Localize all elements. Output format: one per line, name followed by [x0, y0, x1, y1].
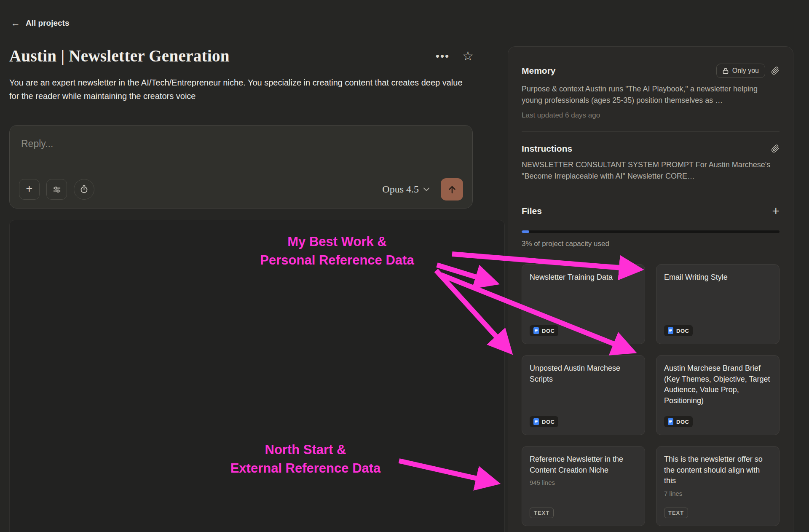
badge-label: DOC	[542, 419, 555, 425]
memory-header: Memory Only you	[522, 64, 780, 78]
text-badge: TEXT	[664, 508, 688, 518]
badge-row: TEXT	[530, 502, 637, 518]
only-you-button[interactable]: Only you	[716, 64, 765, 78]
divider	[522, 131, 780, 132]
page-title: Austin | Newsletter Generation	[9, 46, 230, 65]
tools-settings-button[interactable]	[46, 179, 67, 200]
badge-label: DOC	[676, 328, 689, 334]
plus-icon: +	[26, 182, 33, 195]
doc-badge: DOC	[664, 325, 693, 336]
doc-badge: DOC	[664, 416, 693, 427]
text-badge: TEXT	[530, 508, 554, 518]
files-section: Files + 3% of project capacity used News…	[522, 206, 780, 526]
badge-label: DOC	[542, 328, 555, 334]
project-side-panel: Memory Only you Purpose & context Austin…	[508, 46, 793, 532]
file-title: Reference Newsletter in the Content Crea…	[530, 454, 637, 476]
ellipsis-icon: •••	[436, 50, 450, 62]
model-selector[interactable]: Opus 4.5	[382, 184, 429, 195]
chevron-down-icon	[423, 187, 429, 191]
memory-updated: Last updated 6 days ago	[522, 111, 780, 120]
timer-icon	[80, 185, 88, 194]
file-card-unposted-scripts[interactable]: Unposted Austin Marchese Scripts DOC	[522, 355, 645, 435]
reply-composer: Reply... +	[9, 125, 473, 209]
file-title: Austin Marchese Brand Brief (Key Themes,…	[664, 363, 771, 406]
lock-icon	[723, 68, 729, 74]
doc-badge: DOC	[530, 416, 558, 427]
files-header: Files +	[522, 206, 780, 216]
file-meta: 945 lines	[530, 479, 637, 486]
project-description: You are an expert newsletter in the AI/T…	[9, 76, 471, 103]
app-root: ← All projects Austin | Newsletter Gener…	[0, 0, 809, 532]
send-arrow-up-icon	[447, 185, 457, 194]
file-card-newsletter-training-data[interactable]: Newsletter Training Data DOC	[522, 264, 645, 344]
badge-row: DOC	[530, 410, 637, 427]
model-label: Opus 4.5	[382, 184, 419, 195]
file-card-newsletter-offer[interactable]: This is the newsletter offer so the cont…	[656, 446, 780, 526]
memory-title: Memory	[522, 66, 556, 76]
title-actions: ••• ☆	[436, 50, 474, 62]
doc-file-icon	[668, 418, 673, 425]
instructions-paperclip-icon[interactable]	[771, 144, 780, 153]
instructions-header: Instructions	[522, 144, 780, 154]
capacity-label: 3% of project capacity used	[522, 240, 780, 248]
capacity-progress-bar	[522, 230, 780, 233]
file-card-email-writing-style[interactable]: Email Writing Style DOC	[656, 264, 780, 344]
star-icon: ☆	[462, 49, 474, 63]
doc-file-icon	[533, 418, 539, 425]
badge-row: DOC	[664, 410, 771, 427]
memory-paperclip-icon[interactable]	[771, 67, 780, 75]
doc-badge: DOC	[530, 325, 558, 336]
doc-file-icon	[533, 327, 539, 334]
file-title: Unposted Austin Marchese Scripts	[530, 363, 637, 385]
memory-section: Memory Only you Purpose & context Austin…	[522, 64, 780, 120]
attach-button[interactable]: +	[19, 179, 40, 200]
reply-input[interactable]: Reply...	[21, 138, 53, 150]
file-card-brand-brief[interactable]: Austin Marchese Brand Brief (Key Themes,…	[656, 355, 780, 435]
sliders-icon	[53, 185, 61, 194]
back-to-all-projects[interactable]: ← All projects	[11, 18, 69, 29]
back-arrow-icon: ←	[11, 18, 20, 29]
star-project-button[interactable]: ☆	[462, 50, 474, 62]
file-card-reference-newsletter[interactable]: Reference Newsletter in the Content Crea…	[522, 446, 645, 526]
badge-label: TEXT	[668, 510, 684, 516]
send-button[interactable]	[441, 178, 463, 201]
divider	[522, 194, 780, 194]
memory-body: Purpose & context Austin runs "The AI Pl…	[522, 83, 780, 106]
badge-row: DOC	[664, 319, 771, 336]
more-options-button[interactable]: •••	[436, 51, 450, 61]
file-title: Email Writing Style	[664, 272, 771, 283]
badge-row: TEXT	[664, 502, 771, 518]
badge-label: DOC	[676, 419, 689, 425]
file-title: Newsletter Training Data	[530, 272, 637, 283]
add-file-button[interactable]: +	[772, 206, 780, 216]
doc-file-icon	[668, 327, 673, 334]
title-row: Austin | Newsletter Generation ••• ☆	[9, 46, 474, 65]
only-you-label: Only you	[732, 67, 759, 75]
file-grid: Newsletter Training Data DOC Email Writi…	[522, 264, 780, 526]
badge-label: TEXT	[534, 510, 549, 516]
composer-tools: +	[19, 179, 94, 200]
files-title: Files	[522, 206, 542, 216]
composer-toolbar: + Opus 4.5	[19, 178, 463, 201]
file-title: This is the newsletter offer so the cont…	[664, 454, 771, 487]
chat-area	[9, 220, 505, 532]
instructions-section: Instructions NEWSLETTER CONSULTANT SYSTE…	[522, 144, 780, 182]
back-label: All projects	[26, 19, 69, 28]
file-meta: 7 lines	[664, 490, 771, 497]
history-timer-button[interactable]	[74, 179, 94, 200]
instructions-body: NEWSLETTER CONSULTANT SYSTEM PROMPT For …	[522, 159, 780, 182]
capacity-progress-fill	[522, 230, 529, 233]
badge-row: DOC	[530, 319, 637, 336]
instructions-title: Instructions	[522, 144, 572, 154]
